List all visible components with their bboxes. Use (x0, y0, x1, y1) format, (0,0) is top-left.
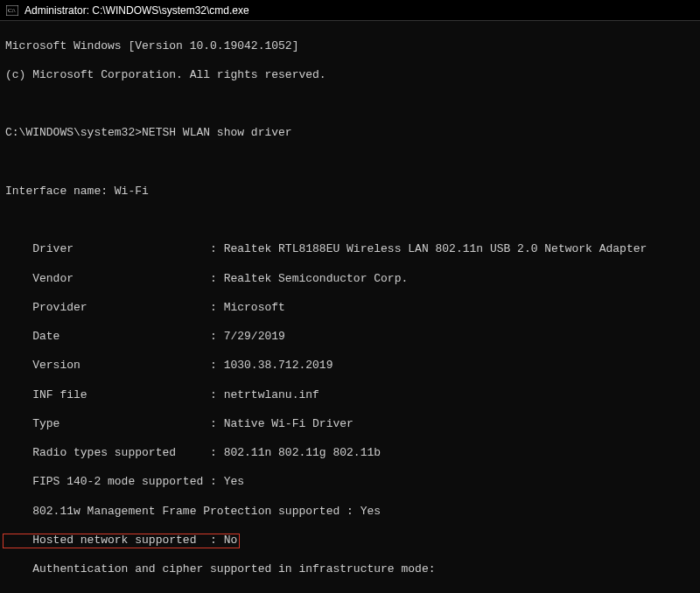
prompt: C:\WINDOWS\system32> (5, 126, 142, 141)
row-auth-cipher-header: Authentication and cipher supported in i… (5, 562, 695, 577)
row-radio-types: Radio types supported : 802.11n 802.11g … (5, 446, 695, 461)
prompt-line: C:\WINDOWS\system32>NETSH WLAN show driv… (5, 126, 695, 141)
highlight-hosted-network: Hosted network supported : No (3, 534, 240, 548)
interface-name: Interface name: Wi-Fi (5, 185, 695, 199)
blank-line (5, 97, 695, 112)
row-driver: Driver : Realtek RTL8188EU Wireless LAN … (5, 242, 695, 257)
row-hosted-network: Hosted network supported : No (5, 534, 695, 548)
ms-windows-version: Microsoft Windows [Version 10.0.19042.10… (5, 39, 695, 54)
row-inf-file: INF file : netrtwlanu.inf (5, 388, 695, 403)
row-version: Version : 1030.38.712.2019 (5, 359, 695, 373)
window-title-bar[interactable]: C:\ Administrator: C:\WINDOWS\system32\c… (0, 0, 700, 21)
terminal-output: Microsoft Windows [Version 10.0.19042.10… (0, 21, 700, 593)
cmd-icon: C:\ (5, 3, 19, 17)
row-date: Date : 7/29/2019 (5, 330, 695, 345)
command-text[interactable]: NETSH WLAN show driver (142, 126, 292, 141)
copyright-line: (c) Microsoft Corporation. All rights re… (5, 68, 695, 83)
row-type: Type : Native Wi-Fi Driver (5, 417, 695, 432)
svg-text:C:\: C:\ (8, 7, 16, 14)
window-title: Administrator: C:\WINDOWS\system32\cmd.e… (24, 4, 249, 17)
row-80211w-mfp: 802.11w Management Frame Protection supp… (5, 505, 695, 520)
row-provider: Provider : Microsoft (5, 301, 695, 316)
row-fips: FIPS 140-2 mode supported : Yes (5, 475, 695, 490)
blank-line (5, 213, 695, 228)
blank-line (5, 156, 695, 171)
row-vendor: Vendor : Realtek Semiconductor Corp. (5, 272, 695, 287)
